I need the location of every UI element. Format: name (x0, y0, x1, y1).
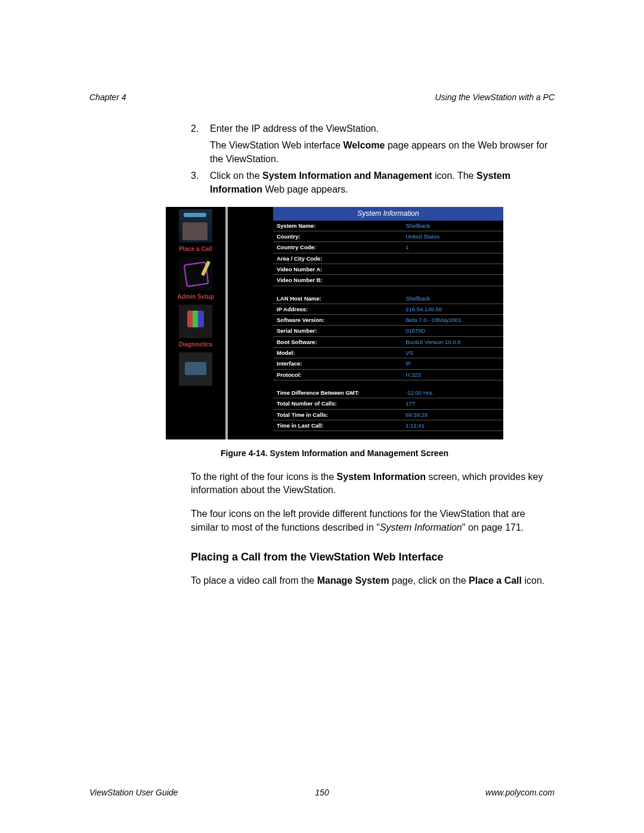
table-row: Total Number of Calls:177 (273, 398, 503, 409)
step-3-text: Click on the System Information and Mana… (210, 171, 510, 194)
nav-camera[interactable] (166, 352, 225, 386)
phone-icon (179, 209, 212, 243)
info-label: Time Difference Between GMT: (273, 388, 402, 398)
table-row: Protocol:H.323 (273, 369, 503, 380)
table-row: Total Time in Calls:69:39:29 (273, 409, 503, 420)
table-row: LAN Host Name:Shellback (273, 293, 503, 304)
info-label: Video Number A: (273, 264, 402, 274)
page-header: Chapter 4 Using the ViewStation with a P… (89, 92, 555, 102)
info-value: 1 (402, 242, 503, 253)
info-label: IP Address: (273, 304, 402, 314)
info-label: Total Time in Calls: (273, 409, 402, 420)
place-call-text: To place a video call from the Manage Sy… (191, 574, 555, 587)
info-label: Total Number of Calls: (273, 398, 402, 409)
info-label: System Name: (273, 221, 402, 231)
header-chapter: Chapter 4 (89, 92, 126, 102)
info-label: Time in Last Call: (273, 420, 402, 431)
info-label: Country: (273, 231, 402, 242)
info-value: BootUI Version 16.0.8 (402, 336, 503, 347)
camera-icon (179, 352, 212, 386)
step-2-text: Enter the IP address of the ViewStation. (210, 123, 379, 134)
table-row: Area / City Code: (273, 253, 503, 264)
info-value: 216.54.149.58 (402, 304, 503, 314)
header-section: Using the ViewStation with a PC (435, 92, 555, 102)
info-value (402, 438, 503, 439)
info-label: Model: (273, 348, 402, 358)
info-value: United States (402, 231, 503, 242)
screenshot-spacer (228, 207, 273, 439)
info-value: H.323 (402, 369, 503, 380)
step-number-2: 2. (191, 122, 199, 135)
info-label: Room Contact Person: (273, 438, 402, 439)
info-value: 177 (402, 398, 503, 409)
step-2-subtext: The ViewStation Web interface Welcome pa… (210, 139, 555, 166)
info-value: Shellback (402, 221, 503, 231)
table-row: Country Code:1 (273, 242, 503, 253)
info-label: Country Code: (273, 242, 402, 253)
footer-page-number: 150 (89, 788, 555, 797)
info-label: Area / City Code: (273, 253, 402, 264)
info-label: LAN Host Name: (273, 293, 402, 304)
table-row: Room Contact Person: (273, 438, 503, 439)
screenshot-sidebar: Place a Call Admin Setup Diagnostics (166, 207, 228, 439)
info-value (402, 253, 503, 264)
table-row: Serial Number:01679D (273, 326, 503, 336)
nav-diagnostics[interactable]: Diagnostics (166, 305, 225, 349)
info-label: Software Version: (273, 315, 402, 326)
info-value (402, 275, 503, 286)
info-label: Serial Number: (273, 326, 402, 336)
info-value: VS (402, 348, 503, 358)
info-label: Protocol: (273, 369, 402, 380)
screenshot-title: System Information (273, 207, 503, 221)
table-row: IP Address:216.54.149.58 (273, 304, 503, 314)
info-value: 69:39:29 (402, 409, 503, 420)
post-figure-text: To the right of the four icons is the Sy… (191, 470, 555, 535)
system-info-screenshot: Place a Call Admin Setup Diagnostics Sys… (166, 207, 503, 439)
info-value: IP (402, 358, 503, 369)
table-row: Video Number A: (273, 264, 503, 274)
info-value (402, 264, 503, 274)
figure-caption: Figure 4-14. System Information and Mana… (166, 448, 503, 460)
info-value: 1:12:41 (402, 420, 503, 431)
info-value: Beta 7.0 - 03May2001 (402, 315, 503, 326)
table-row: Country:United States (273, 231, 503, 242)
body-content: 2. Enter the IP address of the ViewStati… (191, 122, 555, 588)
nav-admin-setup[interactable]: Admin Setup (166, 257, 225, 301)
screenshot-main: System Information System Name:Shellback… (273, 207, 503, 439)
info-value: Shellback (402, 293, 503, 304)
tools-icon (179, 257, 212, 290)
table-row: Time in Last Call:1:12:41 (273, 420, 503, 431)
info-label: Interface: (273, 358, 402, 369)
table-row: Boot Software:BootUI Version 16.0.8 (273, 336, 503, 347)
table-row: Interface:IP (273, 358, 503, 369)
page-footer: ViewStation User Guide 150 www.polycom.c… (89, 788, 555, 797)
info-label: Video Number B: (273, 275, 402, 286)
info-value: 01679D (402, 326, 503, 336)
info-label: Boot Software: (273, 336, 402, 347)
system-info-table: System Name:ShellbackCountry:United Stat… (273, 221, 503, 439)
table-row: Time Difference Between GMT:-12:00 Hrs. (273, 388, 503, 398)
subheading: Placing a Call from the ViewStation Web … (191, 550, 555, 565)
info-value: -12:00 Hrs. (402, 388, 503, 398)
nav-place-call[interactable]: Place a Call (166, 209, 225, 253)
page: Chapter 4 Using the ViewStation with a P… (0, 0, 644, 833)
table-row: System Name:Shellback (273, 221, 503, 231)
table-row: Video Number B: (273, 275, 503, 286)
tv-bars-icon (179, 305, 212, 338)
step-number-3: 3. (191, 169, 199, 182)
table-row: Model:VS (273, 348, 503, 358)
table-row: Software Version:Beta 7.0 - 03May2001 (273, 315, 503, 326)
